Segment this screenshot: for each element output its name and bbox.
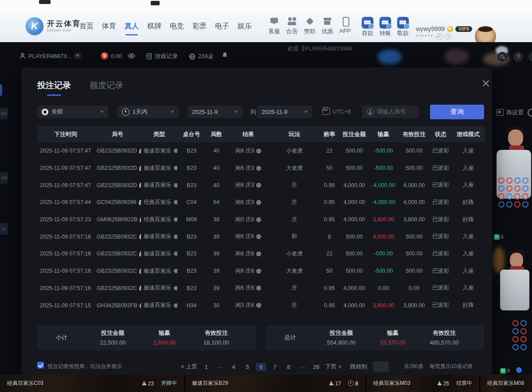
info-icon[interactable]: i xyxy=(256,149,261,153)
eye-slash-icon[interactable] xyxy=(436,33,442,40)
nav-item[interactable]: 首页 xyxy=(78,20,95,33)
quick-link[interactable]: 优惠 xyxy=(320,17,335,35)
game-record-link[interactable]: 游戏记录 xyxy=(146,52,178,60)
wallet-link[interactable]: 转账 xyxy=(378,17,393,37)
copy-icon[interactable] xyxy=(139,286,141,290)
quick-link[interactable]: 客服 xyxy=(267,17,282,35)
table-row[interactable]: 2025-11-09 07:57:44 GC0425B09266 经典百家乐 C… xyxy=(37,194,485,211)
info-icon[interactable]: i xyxy=(256,251,261,256)
nav-item[interactable]: 彩票 xyxy=(191,20,208,33)
query-button[interactable]: 查询 xyxy=(430,105,484,119)
balance-display[interactable]: ¥ 0.00 xyxy=(101,52,122,59)
page-number[interactable]: 4 xyxy=(229,363,239,371)
table-row[interactable]: 2025-11-09 07:57:15 GH3425B092FB 极速百家乐 H… xyxy=(37,297,485,314)
nav-item[interactable]: 真人 xyxy=(123,20,140,33)
table-row[interactable]: 2025-11-09 07:57:16 GB2325B0932C 极速百家乐 B… xyxy=(37,280,485,297)
chevron-down-icon[interactable] xyxy=(445,33,451,40)
road-settings-label[interactable]: 路设置 xyxy=(506,109,524,117)
left-edge-tab[interactable] xyxy=(0,84,2,96)
nav-item[interactable]: 电竞 xyxy=(168,20,185,33)
notifications[interactable] xyxy=(222,52,228,59)
balance-visibility-toggle[interactable] xyxy=(128,53,135,59)
info-icon[interactable]: i xyxy=(256,234,261,239)
table-row[interactable]: 2025-11-09 07:57:47 GB2325B0932D 极速百家乐 B… xyxy=(37,160,485,177)
left-edge-tab[interactable]: 224 xyxy=(0,108,8,119)
tables-count[interactable]: 224桌 xyxy=(189,52,214,60)
quick-link[interactable]: APP xyxy=(338,17,352,35)
table-row[interactable]: 2025-11-09 07:57:16 GB2325B0932C 极速百家乐 B… xyxy=(37,263,485,280)
page-number[interactable]: 26 xyxy=(311,363,321,371)
live-table-tile[interactable]: 经典百家乐M08 xyxy=(480,375,532,392)
wallet-link[interactable]: 取款 xyxy=(395,17,411,37)
copy-icon[interactable] xyxy=(139,234,141,239)
modal-tab[interactable]: 投注记录 xyxy=(37,80,71,91)
search-table-button[interactable] xyxy=(497,52,507,62)
date-to-picker[interactable]: 2025-11-9 xyxy=(257,106,312,118)
table-row[interactable]: 2025-11-09 07:57:16 GB2325B0932C 极速百家乐 B… xyxy=(37,245,485,263)
road-grid-icon[interactable] xyxy=(497,109,504,116)
copy-icon[interactable] xyxy=(139,200,141,205)
jump-to-input[interactable] xyxy=(373,361,389,372)
game-record-label: 游戏记录 xyxy=(155,52,178,60)
gear-icon[interactable] xyxy=(528,109,532,117)
page-number[interactable]: ··· xyxy=(297,363,307,371)
info-icon[interactable]: i xyxy=(256,183,261,188)
chevron-down-icon[interactable] xyxy=(74,52,81,59)
info-icon[interactable]: i xyxy=(256,217,261,222)
info-icon[interactable]: i xyxy=(256,286,261,290)
brand-logo[interactable]: K 开云体育 kaiyun.com xyxy=(26,17,81,35)
live-table-tile[interactable]: 经典百家乐C03 23 开牌中 xyxy=(0,375,185,392)
info-icon[interactable]: i xyxy=(256,303,261,308)
info-icon[interactable]: i xyxy=(256,166,261,171)
page-number[interactable]: 1 xyxy=(201,363,211,371)
top-navbar: K 开云体育 kaiyun.com 首页 体育 真人 xyxy=(0,12,532,42)
page-number[interactable]: 5 xyxy=(243,363,252,371)
live-table-tile[interactable]: 极速百家乐B29 17 8 xyxy=(185,375,366,392)
roadmap-ring xyxy=(506,185,512,192)
close-icon[interactable] xyxy=(481,79,490,88)
quick-link[interactable]: 合营 xyxy=(285,17,299,35)
cell-result: 闲6 庄3 xyxy=(235,181,254,189)
left-edge-tab[interactable]: 21 xyxy=(0,223,8,235)
date-from-picker[interactable]: 2025-11-9 xyxy=(188,106,243,118)
table-row[interactable]: 2025-11-09 07:57:23 GM0625B0922B 经典百家乐 M… xyxy=(37,211,485,228)
info-icon[interactable]: i xyxy=(256,200,261,205)
table-row[interactable]: 2025-11-09 07:57:47 GB2325B0932D 极速百家乐 B… xyxy=(37,142,485,160)
live-casino-stage: PLAYER46873... ¥ 0.00 游戏记录 224桌 欢迎【PLAYE xyxy=(0,42,532,392)
round-id-input[interactable]: 请输入局号 xyxy=(362,106,419,118)
modal-tab[interactable]: 额度记录 xyxy=(90,80,123,91)
copy-icon[interactable] xyxy=(139,251,141,256)
live-table-tile[interactable]: 经典百家乐M03 25 结算中 xyxy=(366,375,480,392)
prev-page-button[interactable]: < 上页 xyxy=(181,363,197,371)
nav-item[interactable]: 娱乐 xyxy=(236,20,253,33)
copy-icon[interactable] xyxy=(140,217,141,222)
nav-item[interactable]: 电子 xyxy=(214,20,231,33)
column-header: 玩法 xyxy=(270,126,319,142)
game-type-dropdown[interactable]: 全部 xyxy=(37,106,108,118)
copy-icon[interactable] xyxy=(139,183,141,188)
info-icon[interactable]: i xyxy=(256,269,261,274)
username[interactable]: wywy9999 xyxy=(416,25,445,32)
copy-icon[interactable] xyxy=(139,166,141,171)
page-number[interactable]: ··· xyxy=(215,363,225,371)
more-button[interactable] xyxy=(528,52,532,62)
copy-icon[interactable] xyxy=(139,269,141,274)
copy-icon[interactable] xyxy=(139,149,141,153)
table-row[interactable]: 2025-11-09 07:57:47 GB2325B0932D 极速百家乐 B… xyxy=(37,176,485,194)
table-row[interactable]: 2025-11-09 07:57:16 GB2325B0932C 极速百家乐 B… xyxy=(37,228,485,245)
page-number[interactable]: 6 xyxy=(256,363,266,371)
copy-icon[interactable] xyxy=(140,303,141,308)
wallet-link[interactable]: 存款 xyxy=(360,17,375,37)
next-page-button[interactable]: 下页 > xyxy=(325,363,341,371)
nav-item[interactable]: 棋牌 xyxy=(146,20,163,33)
merge-display-checkbox[interactable] xyxy=(37,362,44,368)
help-button[interactable]: ? xyxy=(513,52,523,62)
quick-link[interactable]: 赞助 xyxy=(302,17,317,35)
nav-item[interactable]: 体育 xyxy=(101,20,117,33)
player-menu[interactable]: PLAYER46873... xyxy=(20,52,81,59)
left-edge-tab[interactable]: 146 xyxy=(0,172,8,184)
page-number[interactable]: 7 xyxy=(270,363,280,371)
time-range-dropdown[interactable]: 1天内 xyxy=(117,106,179,118)
page-number[interactable]: 8 xyxy=(284,363,293,371)
timezone-display[interactable]: UTC+8 xyxy=(322,108,351,115)
